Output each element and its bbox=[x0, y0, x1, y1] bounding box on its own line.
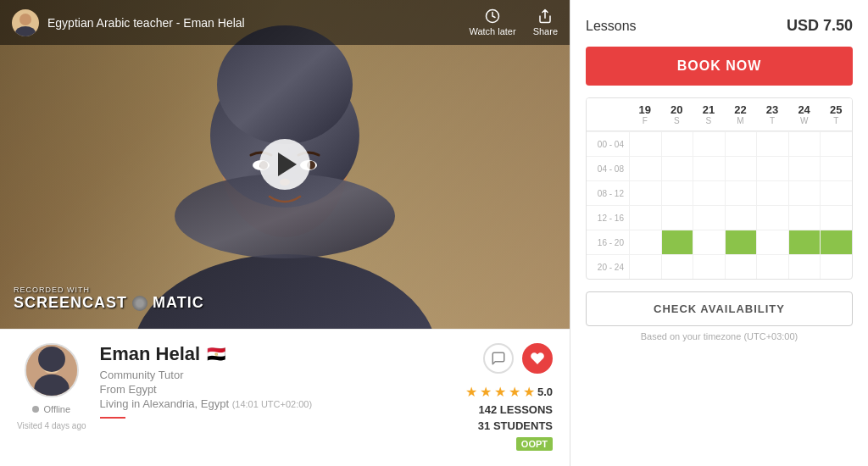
profile-divider bbox=[100, 417, 125, 419]
cal-cell-4-3[interactable] bbox=[725, 230, 757, 254]
message-button[interactable] bbox=[483, 343, 514, 374]
share-button[interactable]: Share bbox=[533, 8, 558, 36]
cal-cell-0-3 bbox=[725, 132, 757, 156]
cal-cell-1-6 bbox=[820, 157, 852, 180]
profile-name-row: Eman Helal 🇪🇬 bbox=[100, 343, 452, 365]
left-panel: Egyptian Arabic teacher - Eman Helal Wat… bbox=[0, 0, 570, 466]
cal-cell-3-0 bbox=[629, 206, 661, 230]
message-icon bbox=[491, 351, 506, 366]
timezone-note: Based on your timezone (UTC+03:00) bbox=[586, 331, 853, 341]
profile-area: Offline Visited 4 days ago Eman Helal 🇪🇬… bbox=[0, 329, 570, 466]
cal-cell-0-0 bbox=[629, 132, 661, 156]
svg-point-19 bbox=[38, 347, 65, 372]
rating-row: ★ ★ ★ ★ ★ 5.0 bbox=[465, 384, 553, 400]
cal-cell-2-6 bbox=[820, 181, 852, 205]
cal-cell-4-1[interactable] bbox=[661, 230, 693, 254]
cal-row-0: 00 - 04 bbox=[587, 131, 852, 156]
cal-time-2: 08 - 12 bbox=[587, 181, 629, 205]
cal-cell-2-4 bbox=[756, 181, 788, 205]
cal-cell-1-5 bbox=[788, 157, 821, 180]
video-avatar bbox=[12, 9, 39, 36]
cal-cell-5-0 bbox=[629, 255, 661, 279]
cal-day-3: 22 M bbox=[725, 98, 757, 130]
watch-later-button[interactable]: Watch later bbox=[469, 8, 515, 36]
status-label: Offline bbox=[43, 404, 70, 414]
video-top-bar: Egyptian Arabic teacher - Eman Helal Wat… bbox=[0, 0, 570, 45]
calendar-body: 00 - 0404 - 0808 - 1212 - 1616 - 2020 - … bbox=[587, 131, 852, 279]
video-watermark: RECORDED WITH SCREENCAST MATIC bbox=[14, 286, 204, 312]
cal-cell-1-1 bbox=[661, 157, 693, 180]
cal-cell-2-3 bbox=[725, 181, 757, 205]
star-2: ★ bbox=[480, 384, 492, 400]
watch-later-label: Watch later bbox=[469, 26, 515, 36]
book-now-button[interactable]: BOOK NOW bbox=[586, 47, 853, 86]
cal-cell-5-5 bbox=[788, 255, 821, 279]
video-container: Egyptian Arabic teacher - Eman Helal Wat… bbox=[0, 0, 570, 329]
cal-cell-5-6 bbox=[820, 255, 852, 279]
cal-day-5: 24 W bbox=[788, 98, 821, 130]
cal-row-2: 08 - 12 bbox=[587, 180, 852, 205]
timezone: (14:01 UTC+02:00) bbox=[232, 399, 312, 409]
favorite-button[interactable] bbox=[522, 343, 553, 374]
clock-icon bbox=[485, 8, 500, 24]
price-value: USD 7.50 bbox=[787, 17, 853, 35]
star-1: ★ bbox=[465, 384, 477, 400]
cal-cell-1-0 bbox=[629, 157, 661, 180]
share-label: Share bbox=[533, 26, 558, 36]
lessons-label: Lessons bbox=[586, 19, 637, 34]
cal-cell-1-3 bbox=[725, 157, 757, 180]
visited-text: Visited 4 days ago bbox=[17, 421, 86, 430]
star-5: ★ bbox=[523, 384, 535, 400]
cal-cell-3-6 bbox=[820, 206, 852, 230]
cal-cell-4-0 bbox=[629, 230, 661, 254]
cal-cell-4-6[interactable] bbox=[820, 230, 852, 254]
cal-cell-0-5 bbox=[788, 132, 821, 156]
cal-cell-5-3 bbox=[725, 255, 757, 279]
cal-cell-4-2 bbox=[693, 230, 725, 254]
cal-cell-4-4 bbox=[756, 230, 788, 254]
watermark-bottom-text: SCREENCAST MATIC bbox=[14, 294, 204, 312]
profile-name: Eman Helal bbox=[100, 343, 201, 365]
play-button[interactable] bbox=[259, 139, 310, 190]
watermark-top-text: RECORDED WITH bbox=[14, 286, 204, 294]
cal-cell-3-4 bbox=[756, 206, 788, 230]
right-panel: Lessons USD 7.50 BOOK NOW 19 F 20 S 21 S bbox=[570, 0, 868, 466]
calendar-header: 19 F 20 S 21 S 22 M 23 T bbox=[587, 98, 852, 131]
cal-cell-4-5[interactable] bbox=[788, 230, 821, 254]
oopt-badge: OOPT bbox=[516, 435, 553, 451]
action-icons bbox=[483, 343, 553, 374]
cal-cell-0-1 bbox=[661, 132, 693, 156]
cal-day-0: 19 F bbox=[629, 98, 661, 130]
cal-row-5: 20 - 24 bbox=[587, 254, 852, 279]
profile-role: Community Tutor bbox=[100, 369, 452, 381]
cal-time-1: 04 - 08 bbox=[587, 157, 629, 180]
profile-info: Eman Helal 🇪🇬 Community Tutor From Egypt… bbox=[100, 343, 452, 452]
lessons-stat: 142 LESSONS bbox=[479, 403, 553, 416]
profile-stats: ★ ★ ★ ★ ★ 5.0 142 LESSONS 31 STUDENTS OO… bbox=[465, 343, 553, 452]
star-4: ★ bbox=[509, 384, 520, 400]
cal-row-4: 16 - 20 bbox=[587, 230, 852, 254]
availability-calendar: 19 F 20 S 21 S 22 M 23 T bbox=[586, 97, 853, 280]
profile-living: Living in Alexandria, Egypt (14:01 UTC+0… bbox=[100, 397, 452, 410]
cal-time-5: 20 - 24 bbox=[587, 255, 629, 279]
cal-cell-0-4 bbox=[756, 132, 788, 156]
cal-cell-2-0 bbox=[629, 181, 661, 205]
cal-row-3: 12 - 16 bbox=[587, 205, 852, 230]
cal-cell-2-2 bbox=[693, 181, 725, 205]
cal-day-4: 23 T bbox=[756, 98, 788, 130]
video-title: Egyptian Arabic teacher - Eman Helal bbox=[47, 16, 469, 30]
cal-cell-3-5 bbox=[788, 206, 821, 230]
cal-cell-1-4 bbox=[756, 157, 788, 180]
cal-time-4: 16 - 20 bbox=[587, 230, 629, 254]
cal-empty-header bbox=[587, 98, 629, 130]
cal-cell-5-2 bbox=[693, 255, 725, 279]
cal-cell-3-1 bbox=[661, 206, 693, 230]
cal-cell-0-2 bbox=[693, 132, 725, 156]
online-status: Offline bbox=[32, 404, 70, 414]
cal-time-0: 00 - 04 bbox=[587, 132, 629, 156]
check-availability-button[interactable]: CHECK AVAILABILITY bbox=[586, 291, 853, 326]
cal-row-1: 04 - 08 bbox=[587, 156, 852, 180]
svg-point-14 bbox=[15, 26, 36, 36]
status-dot bbox=[32, 406, 39, 413]
video-controls: Watch later Share bbox=[469, 8, 558, 36]
